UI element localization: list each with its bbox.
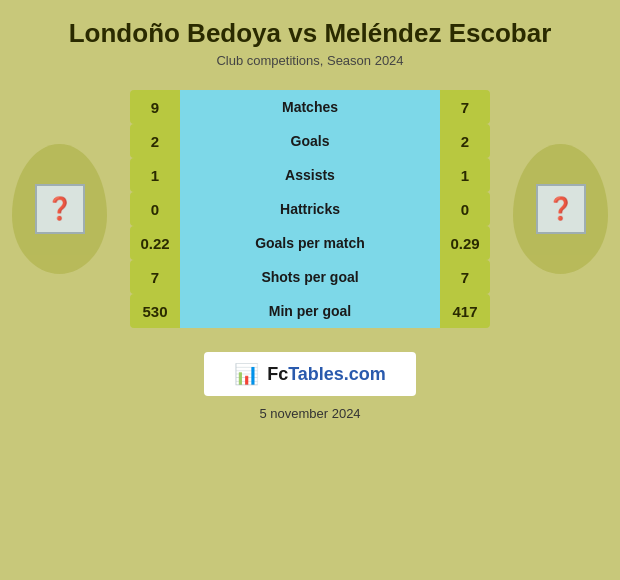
stat-right-value: 1 — [440, 158, 490, 192]
stat-label: Hattricks — [180, 192, 440, 226]
stat-left-value: 1 — [130, 158, 180, 192]
stat-left-value: 9 — [130, 90, 180, 124]
stat-left-value: 7 — [130, 260, 180, 294]
stat-left-value: 0.22 — [130, 226, 180, 260]
stat-label: Assists — [180, 158, 440, 192]
stat-row: 0Hattricks0 — [130, 192, 490, 226]
fctables-icon: 📊 — [234, 362, 259, 386]
stat-row: 0.22Goals per match0.29 — [130, 226, 490, 260]
stat-label: Matches — [180, 90, 440, 124]
date-section: 5 november 2024 — [259, 406, 360, 421]
stat-left-value: 0 — [130, 192, 180, 226]
stat-label: Shots per goal — [180, 260, 440, 294]
left-player-avatar: ❓ — [35, 184, 85, 234]
right-blob-background: ❓ — [513, 144, 608, 274]
stat-right-value: 7 — [440, 260, 490, 294]
main-title: Londoño Bedoya vs Meléndez Escobar — [10, 18, 610, 49]
logo-section: 📊 FcTables.com — [204, 352, 416, 396]
stats-section: ❓ ❓ 9Matches72Goals21Assists10Hattricks0… — [0, 80, 620, 338]
stat-left-value: 2 — [130, 124, 180, 158]
stat-row: 2Goals2 — [130, 124, 490, 158]
stat-label: Goals — [180, 124, 440, 158]
stat-right-value: 0 — [440, 192, 490, 226]
stat-right-value: 7 — [440, 90, 490, 124]
stat-left-value: 530 — [130, 294, 180, 328]
stat-row: 530Min per goal417 — [130, 294, 490, 328]
page-wrapper: Londoño Bedoya vs Meléndez Escobar Club … — [0, 0, 620, 580]
left-blob-background: ❓ — [12, 144, 107, 274]
title-section: Londoño Bedoya vs Meléndez Escobar Club … — [0, 0, 620, 72]
stat-row: 1Assists1 — [130, 158, 490, 192]
footer-date: 5 november 2024 — [259, 406, 360, 421]
stat-label: Min per goal — [180, 294, 440, 328]
stat-label: Goals per match — [180, 226, 440, 260]
logo-text: FcTables.com — [267, 364, 386, 385]
stat-row: 7Shots per goal7 — [130, 260, 490, 294]
stat-right-value: 0.29 — [440, 226, 490, 260]
subtitle: Club competitions, Season 2024 — [10, 53, 610, 68]
stat-right-value: 417 — [440, 294, 490, 328]
stat-rows-container: 9Matches72Goals21Assists10Hattricks00.22… — [130, 90, 490, 328]
stat-right-value: 2 — [440, 124, 490, 158]
stat-row: 9Matches7 — [130, 90, 490, 124]
right-player-avatar: ❓ — [536, 184, 586, 234]
